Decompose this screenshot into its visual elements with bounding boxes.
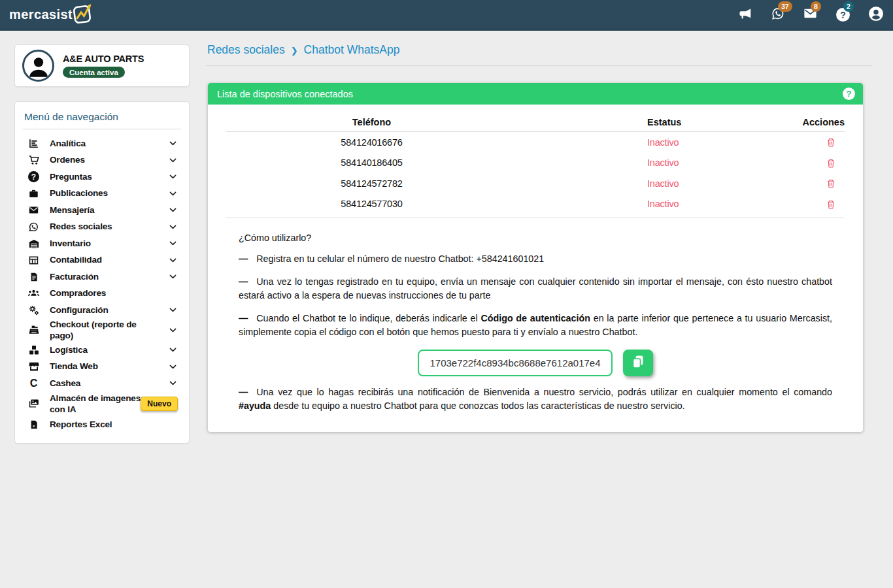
sidebar-item-analitica[interactable]: Analítica xyxy=(23,135,181,152)
dash-bullet: — xyxy=(239,313,248,323)
instruction-step-2: —Una vez lo tengas registrado en tu equi… xyxy=(239,275,832,302)
ayuda-keyword: #ayuda xyxy=(239,400,271,411)
auth-code-row: 1703e722f4c8934bc8688e7612a017e4 xyxy=(239,350,832,376)
main-content: Redes sociales ❯ Chatbot WhatsApp Lista … xyxy=(206,43,872,432)
chevron-down-icon xyxy=(168,345,178,355)
delete-device-button[interactable] xyxy=(826,178,836,189)
panel-header: Lista de dispositivos conectados ? xyxy=(208,83,863,105)
dash-bullet: — xyxy=(239,253,248,264)
help-badge: 2 xyxy=(843,1,854,12)
megaphone-icon xyxy=(738,7,752,24)
panel-body: Teléfono Estatus Acciones 584124016676 I… xyxy=(208,105,863,423)
sidebar-item-configuracion[interactable]: Configuración xyxy=(23,302,181,319)
auth-code-keyword: Código de autenticación xyxy=(480,313,590,323)
dash-bullet: — xyxy=(239,276,248,287)
chevron-down-icon xyxy=(168,362,178,372)
cubes-icon xyxy=(27,344,40,356)
cart-icon xyxy=(27,154,40,167)
chevron-down-icon xyxy=(168,305,178,315)
sidebar-item-compradores[interactable]: Compradores xyxy=(23,286,181,302)
instruction-step-4: —Una vez que lo hagas recibirás una noti… xyxy=(239,385,832,413)
cashea-icon: C xyxy=(27,377,40,389)
sidebar-item-publicaciones[interactable]: Publicaciones xyxy=(23,186,181,203)
sidebar-item-contabilidad[interactable]: Contabilidad xyxy=(23,252,181,269)
devices-panel: Lista de dispositivos conectados ? Teléf… xyxy=(208,83,863,432)
new-badge: Nuevo xyxy=(141,397,178,411)
delete-device-button[interactable] xyxy=(826,199,836,210)
menu-title: Menú de navegación xyxy=(23,110,181,129)
device-phone: 584140186405 xyxy=(226,157,517,168)
excel-file-icon: x xyxy=(27,419,40,431)
table-header-row: Teléfono Estatus Acciones xyxy=(226,112,845,132)
chevron-down-icon xyxy=(168,155,178,165)
column-header-telefono: Teléfono xyxy=(226,117,517,127)
storefront-icon xyxy=(27,361,40,373)
panel-help-icon[interactable]: ? xyxy=(843,88,855,100)
sidebar-item-facturacion[interactable]: Facturación xyxy=(23,269,181,286)
brand-chart-icon xyxy=(70,1,93,29)
envelope-icon xyxy=(27,204,40,216)
briefcase-icon xyxy=(27,188,40,200)
user-circle-icon xyxy=(868,5,885,25)
help-button[interactable]: ? 2 xyxy=(835,7,851,23)
sidebar-item-inventario[interactable]: Inventario xyxy=(23,235,181,252)
chevron-down-icon xyxy=(168,238,178,248)
account-card: A&E AUTO PARTS Cuenta activa xyxy=(14,44,190,87)
announcements-button[interactable] xyxy=(737,7,753,23)
breadcrumb-parent-link[interactable]: Redes sociales xyxy=(207,43,285,57)
account-avatar xyxy=(22,50,54,82)
delete-device-button[interactable] xyxy=(826,158,836,169)
instructions-title: ¿Cómo utilizarlo? xyxy=(239,233,832,243)
chevron-down-icon xyxy=(168,325,178,335)
users-icon xyxy=(27,287,40,300)
sidebar-item-mensajeria[interactable]: Mensajería xyxy=(23,202,181,219)
copy-code-button[interactable] xyxy=(623,350,653,376)
sidebar-item-almacen-imagenes-ia[interactable]: Almacén de imagenes con IA Nuevo xyxy=(23,391,181,416)
instruction-step-1: —Registra en tu celular el número de nue… xyxy=(239,252,832,266)
sidebar-item-cashea[interactable]: C Cashea xyxy=(23,375,181,392)
table-row: 584124016676 Inactivo xyxy=(226,132,845,153)
device-status: Inactivo xyxy=(517,178,769,189)
whatsapp-icon xyxy=(27,221,40,233)
whatsapp-notifications-button[interactable]: 37 xyxy=(769,7,786,23)
sidebar-item-redes-sociales[interactable]: Redes sociales xyxy=(23,219,181,236)
sidebar-item-preguntas[interactable]: ? Preguntas xyxy=(23,169,181,186)
chevron-down-icon xyxy=(168,205,178,215)
chevron-down-icon xyxy=(168,222,178,232)
account-menu-button[interactable] xyxy=(868,7,884,23)
auth-code-field[interactable]: 1703e722f4c8934bc8688e7612a017e4 xyxy=(418,350,612,376)
chevron-down-icon xyxy=(168,378,178,388)
breadcrumb-divider xyxy=(206,65,872,66)
top-navbar: mercasist 37 xyxy=(0,0,893,31)
cash-register-icon xyxy=(27,324,40,336)
device-phone: 584124577030 xyxy=(226,199,517,209)
sidebar-item-logistica[interactable]: Logística xyxy=(23,342,181,359)
brand-name: mercasist xyxy=(9,7,73,22)
device-phone: 584124572782 xyxy=(226,178,517,189)
gears-icon xyxy=(27,304,40,316)
sidebar-item-reportes-excel[interactable]: x Reportes Excel xyxy=(23,416,181,433)
device-phone: 584124016676 xyxy=(226,137,517,148)
breadcrumb-separator-icon: ❯ xyxy=(291,44,298,56)
warehouse-icon xyxy=(27,237,40,250)
messages-badge: 8 xyxy=(811,1,821,12)
chevron-down-icon xyxy=(168,189,178,199)
dash-bullet: — xyxy=(239,387,248,397)
device-status: Inactivo xyxy=(517,137,769,148)
breadcrumb: Redes sociales ❯ Chatbot WhatsApp xyxy=(206,43,872,57)
copy-icon xyxy=(630,354,646,372)
messages-button[interactable]: 8 xyxy=(802,7,818,23)
brand-logo[interactable]: mercasist xyxy=(9,1,93,29)
sidebar-item-ordenes[interactable]: Ordenes xyxy=(23,152,181,169)
chevron-down-icon xyxy=(168,272,178,282)
sidebar-item-tienda-web[interactable]: Tienda Web xyxy=(23,358,181,375)
chevron-down-icon xyxy=(168,139,178,148)
column-header-acciones: Acciones xyxy=(769,117,845,127)
chevron-down-icon xyxy=(168,172,178,182)
sidebar-item-checkout[interactable]: Checkout (reporte de pago) xyxy=(23,319,181,342)
delete-device-button[interactable] xyxy=(826,137,836,148)
device-status: Inactivo xyxy=(517,199,769,209)
chevron-down-icon xyxy=(168,255,178,265)
account-status-badge: Cuenta activa xyxy=(63,67,125,78)
account-name: A&E AUTO PARTS xyxy=(63,54,144,64)
